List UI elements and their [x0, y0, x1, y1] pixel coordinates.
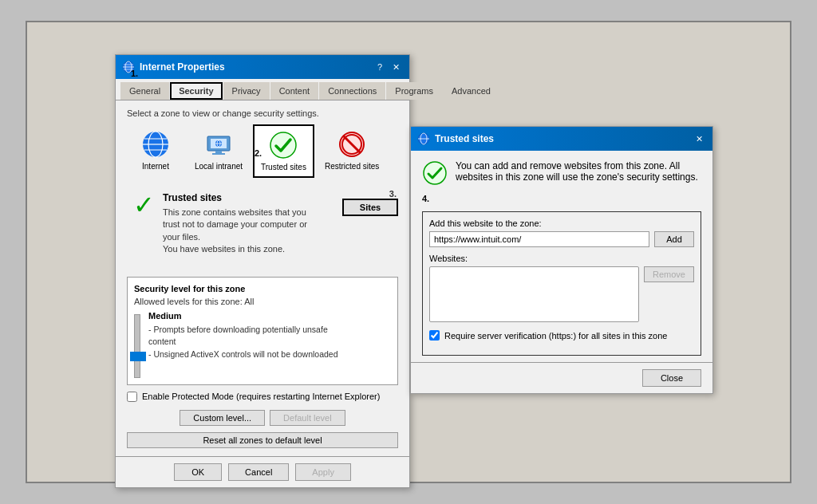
cancel-button[interactable]: Cancel	[228, 463, 289, 481]
zone-trusted-sites[interactable]: Trusted sites	[253, 124, 314, 178]
step3-label: 3.	[389, 189, 397, 199]
dialog-content: Select a zone to view or change security…	[116, 100, 409, 456]
step1-overlay: 1.	[131, 69, 138, 78]
custom-level-button[interactable]: Custom level...	[180, 410, 265, 426]
tab-programs[interactable]: Programs	[386, 82, 442, 100]
tab-advanced[interactable]: Advanced	[443, 82, 499, 100]
zone-restricted-label: Restricted sites	[325, 162, 379, 171]
desktop: Internet Properties ? ✕ General Security…	[26, 21, 791, 483]
require-https-checkbox[interactable]	[429, 330, 440, 341]
allowed-levels-text: Allowed levels for this zone: All	[134, 297, 391, 306]
reset-zones-button[interactable]: Reset all zones to default level	[127, 432, 398, 448]
level-content: Medium - Prompts before downloading pote…	[134, 311, 391, 378]
trusted-text-block: Trusted sites This zone contains website…	[163, 192, 307, 256]
require-verification-row: Require server verification (https:) for…	[429, 330, 694, 341]
step2-overlay: 2.	[255, 148, 262, 158]
require-https-label: Require server verification (https:) for…	[444, 331, 667, 341]
protected-mode-label: Enable Protected Mode (requires restarti…	[142, 392, 380, 401]
remove-button[interactable]: Remove	[644, 266, 694, 282]
websites-label: Websites:	[429, 254, 694, 263]
protected-mode-checkbox[interactable]	[127, 392, 137, 402]
url-input[interactable]	[429, 231, 649, 247]
zone-instruction: Select a zone to view or change security…	[127, 108, 398, 118]
slider-thumb	[130, 352, 146, 361]
tabs-bar: General Security Privacy Content Connect…	[116, 79, 409, 100]
ok-button[interactable]: OK	[174, 463, 222, 481]
trusted-close-titlebar-button[interactable]: ✕	[692, 132, 706, 146]
zones-row: Internet Local intranet	[127, 124, 398, 178]
close-button[interactable]: ✕	[389, 60, 403, 74]
add-website-label: Add this website to the zone:	[429, 219, 694, 228]
slider-track	[134, 314, 140, 378]
svg-point-24	[424, 162, 446, 184]
trusted-titlebar-left: Trusted sites	[417, 132, 494, 145]
tab-privacy[interactable]: Privacy	[223, 82, 270, 100]
dialog-title: Internet Properties	[140, 61, 225, 73]
internet-properties-dialog: Internet Properties ? ✕ General Security…	[115, 54, 410, 488]
websites-listbox[interactable]	[429, 266, 639, 322]
trusted-zone-title: Trusted sites	[163, 192, 307, 203]
trusted-dialog-icon	[417, 132, 430, 145]
level-buttons-row: Custom level... Default level	[127, 410, 398, 426]
security-level-title: Security level for this zone	[134, 284, 391, 293]
dialog-titlebar: Internet Properties ? ✕	[116, 55, 409, 79]
security-slider[interactable]	[134, 311, 140, 378]
zone-internet[interactable]: Internet	[127, 124, 184, 178]
security-level-box: Security level for this zone Allowed lev…	[127, 277, 398, 385]
level-bullets: - Prompts before downloading potentially…	[148, 324, 391, 361]
websites-area: Remove	[429, 266, 694, 322]
trusted-icon	[269, 131, 298, 159]
zone-restricted[interactable]: Restricted sites	[318, 124, 386, 178]
internet-icon	[141, 130, 170, 159]
intranet-icon	[204, 130, 233, 159]
add-url-row: Add	[429, 231, 694, 247]
protected-mode-row: Enable Protected Mode (requires restarti…	[127, 392, 398, 402]
trusted-sites-dialog: Trusted sites ✕ You can add and remove w…	[410, 126, 713, 394]
default-level-button[interactable]: Default level	[270, 410, 345, 426]
zone-internet-label: Internet	[142, 162, 169, 171]
help-button[interactable]: ?	[373, 60, 387, 74]
zone-local-intranet[interactable]: Local intranet	[187, 124, 250, 178]
trusted-dialog-header: You can add and remove websites from thi…	[411, 151, 712, 194]
add-url-button[interactable]: Add	[654, 231, 694, 247]
trusted-dialog-title: Trusted sites	[435, 133, 494, 144]
tab-connections[interactable]: Connections	[319, 82, 385, 100]
restricted-icon	[337, 130, 366, 159]
apply-button[interactable]: Apply	[295, 463, 351, 481]
trusted-header-check-icon	[422, 160, 448, 186]
trusted-info-box: ✓ Trusted sites This zone contains websi…	[127, 186, 337, 262]
svg-rect-13	[212, 153, 225, 155]
zone-trusted-label: Trusted sites	[261, 163, 306, 171]
dialog-footer: OK Cancel Apply	[116, 456, 409, 487]
zone-intranet-label: Local intranet	[195, 162, 243, 171]
trusted-zone-desc: This zone contains websites that you tru…	[163, 207, 307, 256]
trusted-titlebar-controls: ✕	[692, 132, 706, 146]
step4-label: 4.	[411, 194, 712, 205]
trusted-header-text: You can add and remove websites from thi…	[456, 160, 701, 183]
sites-button[interactable]: Sites	[342, 199, 398, 216]
level-description: Medium - Prompts before downloading pote…	[148, 311, 391, 361]
level-name: Medium	[148, 311, 391, 321]
trusted-close-button[interactable]: Close	[642, 369, 701, 387]
titlebar-controls: ? ✕	[373, 60, 403, 74]
svg-rect-12	[215, 151, 222, 153]
trusted-check-icon: ✓	[133, 192, 155, 218]
tab-general[interactable]: General	[120, 82, 169, 100]
trusted-titlebar: Trusted sites ✕	[411, 127, 712, 151]
add-website-section: Add this website to the zone: Add Websit…	[411, 205, 712, 362]
svg-point-17	[270, 132, 296, 158]
tab-content[interactable]: Content	[270, 82, 319, 100]
tab-security[interactable]: Security	[170, 82, 222, 100]
trusted-dialog-footer: Close	[411, 362, 712, 393]
